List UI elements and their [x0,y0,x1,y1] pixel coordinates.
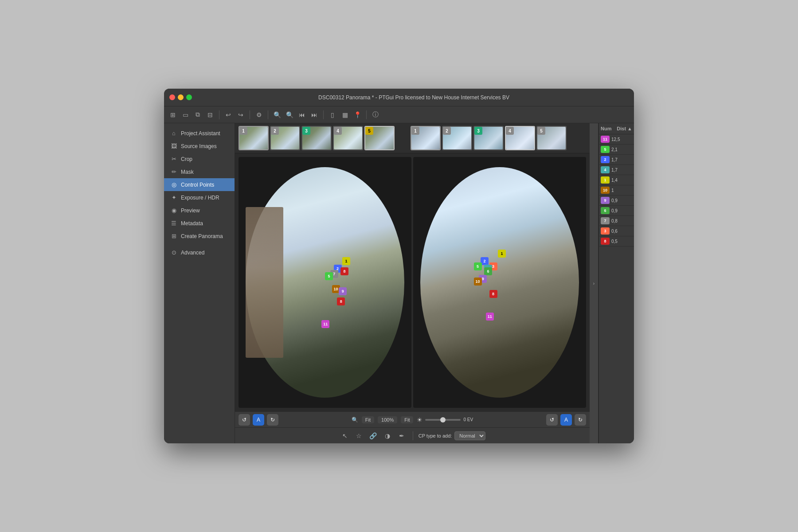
sidebar-item-project-assistant[interactable]: ⌂ Project Assistant [164,127,235,140]
next-icon[interactable]: ⏭ [309,110,320,120]
rotate-ccw-right-button[interactable]: ↺ [546,414,558,426]
sidebar-item-metadata[interactable]: ☰ Metadata [164,217,235,230]
star-tool[interactable]: ☆ [353,430,365,442]
window-title: DSC00312 Panorama * - PTGui Pro licensed… [199,94,629,101]
cp-table-row[interactable]: 9 0,9 [599,196,634,206]
save-icon[interactable]: ⊟ [205,110,215,120]
thumb-left-2[interactable]: 2 [270,126,300,150]
sidebar-item-crop[interactable]: ✂ Crop [164,153,235,165]
cp-dist-value: 1,7 [611,168,618,172]
thumb-right-1[interactable]: 1 [411,126,441,150]
right-panel-wrapper: › Num Dist ▲ 11 12,5 5 2,1 2 1,7 4 1,7 1… [590,123,634,443]
thumb-left-3[interactable]: 3 [301,126,332,150]
cp-left-1[interactable]: 1 [342,257,350,265]
cp-table-row[interactable]: 8 0,5 [599,236,634,246]
sidebar-item-exposure[interactable]: ✦ Exposure / HDR [164,191,235,204]
rotate-ccw-button[interactable]: ↺ [239,414,250,426]
sidebar-item-create-panorama[interactable]: ⊞ Create Panorama [164,230,235,243]
cp-table-row[interactable]: 10 1 [599,185,634,196]
right-fisheye: 1 2 5 3 4 6 9 10 8 11 [413,157,586,408]
sidebar-item-advanced[interactable]: ⊙ Advanced [164,246,235,259]
cp-right-11[interactable]: 11 [486,313,494,321]
layout2-icon[interactable]: ▦ [340,110,350,120]
cp-table-row[interactable]: 3 0,6 [599,226,634,236]
cp-left-5[interactable]: 5 [325,272,333,280]
cp-right-5[interactable]: 5 [474,262,482,270]
close-button[interactable] [169,94,175,100]
cp-table-header: Num Dist ▲ [599,123,634,134]
fit-label-right[interactable]: Fit [401,416,413,423]
cp-left-11[interactable]: 11 [321,320,329,328]
cp-dist-value: 0,6 [611,229,618,234]
sidebar-label-metadata: Metadata [181,220,203,227]
separator-5 [366,110,367,119]
cp-table-row[interactable]: 5 2,1 [599,145,634,155]
cp-table-row[interactable]: 2 1,7 [599,155,634,165]
maximize-button[interactable] [186,94,192,100]
a-button-right[interactable]: A [560,414,572,426]
cp-left-8b[interactable]: 8 [337,297,345,305]
tablet-icon[interactable]: ▭ [180,110,191,120]
copy-icon[interactable]: ⧉ [192,110,203,120]
fit-label-left[interactable]: Fit [362,416,374,423]
pin-icon[interactable]: 📍 [352,110,363,120]
left-strip: 1 2 3 4 5 [239,126,395,150]
cp-left-9[interactable]: 9 [339,287,347,295]
main-layout: ⌂ Project Assistant 🖼 Source Images ✂ Cr… [164,123,634,443]
thumb-right-2[interactable]: 2 [442,126,472,150]
cp-right-1[interactable]: 1 [498,250,506,258]
sidebar: ⌂ Project Assistant 🖼 Source Images ✂ Cr… [164,123,235,443]
sidebar-item-source-images[interactable]: 🖼 Source Images [164,140,235,153]
right-viewer[interactable]: 1 2 5 3 4 6 9 10 8 11 [413,157,586,408]
ev-slider[interactable] [425,419,461,421]
thumb-right-5[interactable]: 5 [536,126,567,150]
zoom-pct-label[interactable]: 100% [378,416,397,423]
link-tool[interactable]: 🔗 [368,430,379,442]
settings-icon[interactable]: ⚙ [254,110,264,120]
thumb-left-5[interactable]: 5 [364,126,395,150]
cp-right-6[interactable]: 6 [484,267,492,275]
zoom-out-icon[interactable]: 🔍 [284,110,295,120]
thumb-right-3[interactable]: 3 [473,126,504,150]
cp-table-row[interactable]: 1 1,4 [599,175,634,185]
separator-4 [323,110,324,119]
pointer-tool[interactable]: ↖ [339,430,351,442]
cp-right-8[interactable]: 8 [489,290,497,298]
cp-table-row[interactable]: 7 0,8 [599,216,634,226]
eraser-tool[interactable]: ✒ [396,430,407,442]
minimize-button[interactable] [178,94,184,100]
help-icon[interactable]: ⓘ [370,110,381,120]
cp-table-row[interactable]: 6 0,9 [599,206,634,216]
prev-icon[interactable]: ⏮ [297,110,307,120]
thumb-left-1[interactable]: 1 [239,126,269,150]
sidebar-item-control-points[interactable]: ◎ Control Points [164,178,235,191]
cp-dist-value: 0,5 [611,239,618,244]
cp-table-row[interactable]: 11 12,5 [599,134,634,145]
undo-icon[interactable]: ↩ [223,110,234,120]
a-button[interactable]: A [253,414,264,426]
cp-table-row[interactable]: 4 1,7 [599,165,634,175]
cp-right-2[interactable]: 2 [481,257,489,265]
col-num: Num [601,126,611,131]
cp-right-10[interactable]: 10 [474,278,482,286]
redo-icon[interactable]: ↪ [235,110,246,120]
cp-table-rows: 11 12,5 5 2,1 2 1,7 4 1,7 1 1,4 10 1 9 0… [599,134,634,246]
new-icon[interactable]: ⊞ [168,110,178,120]
thumb-left-4[interactable]: 4 [333,126,363,150]
thumb-right-4[interactable]: 4 [505,126,535,150]
collapse-button[interactable]: › [590,123,598,443]
sidebar-item-preview[interactable]: ◉ Preview [164,204,235,217]
sidebar-item-mask[interactable]: ✏ Mask [164,165,235,178]
cp-type-select[interactable]: Normal [454,431,485,440]
exposure-icon: ✦ [170,194,177,201]
cp-left-8a[interactable]: 8 [340,267,348,275]
sidebar-label-create-panorama: Create Panorama [181,233,223,239]
contrast-tool[interactable]: ◑ [382,430,393,442]
zoom-in-icon[interactable]: 🔍 [272,110,282,120]
layout1-icon[interactable]: ▯ [327,110,338,120]
rotate-cw-button[interactable]: ↻ [267,414,278,426]
rotate-cw-right-button[interactable]: ↻ [575,414,586,426]
left-viewer[interactable]: 1 2 8 7 5 10 9 8 11 [239,157,411,408]
cp-badge: 6 [601,207,610,214]
bottom-toolbar-2: ↖ ☆ 🔗 ◑ ✒ CP type to add: Normal [235,427,590,443]
